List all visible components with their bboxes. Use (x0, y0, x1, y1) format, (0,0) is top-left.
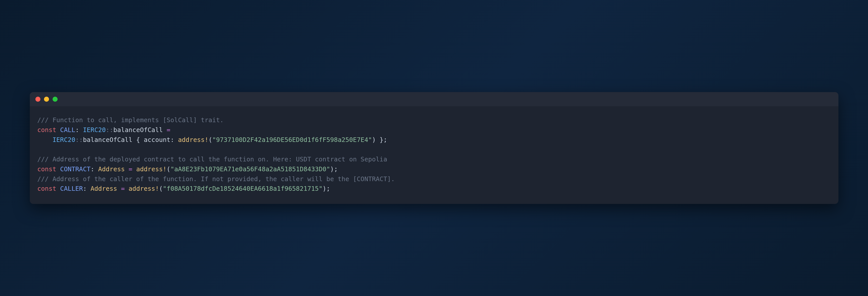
code-block[interactable]: /// Function to call, implements [SolCal… (30, 106, 838, 204)
string-contract-address: "aA8E23Fb1079EA71e0a56F48a2aA51851D8433D… (170, 165, 330, 173)
maximize-icon[interactable] (53, 97, 58, 102)
punct-colon: : (75, 126, 79, 134)
code-window: /// Function to call, implements [SolCal… (30, 92, 838, 204)
const-caller: CALLER (60, 185, 83, 192)
close-icon[interactable] (35, 97, 40, 102)
punct-colon: : (83, 185, 87, 192)
op-eq: = (121, 185, 125, 192)
code-comment: /// Address of the caller of the functio… (37, 175, 395, 183)
op-eq: = (166, 126, 170, 134)
code-comment: /// Function to call, implements [SolCal… (37, 116, 224, 124)
punct-colon: : (90, 165, 94, 173)
type-ierc20: IERC20 (53, 136, 75, 143)
member-balanceofcall: balanceOfCall (83, 136, 132, 143)
type-ierc20: IERC20 (83, 126, 105, 134)
const-call: CALL (60, 126, 75, 134)
punct-rparen: ) (322, 185, 326, 192)
minimize-icon[interactable] (44, 97, 49, 102)
code-comment: /// Address of the deployed contract to … (37, 156, 388, 163)
punct-semicolon: ; (327, 185, 330, 192)
type-address: Address (90, 185, 117, 192)
punct-colon: : (170, 136, 174, 143)
punct-lparen: ( (166, 165, 170, 173)
punct-path: :: (75, 136, 83, 143)
keyword-const: const (37, 165, 56, 173)
macro-address: address! (136, 165, 166, 173)
const-contract: CONTRACT (60, 165, 90, 173)
window-titlebar (30, 92, 838, 106)
macro-address: address! (178, 136, 208, 143)
punct-rparen: ) (372, 136, 376, 143)
keyword-const: const (37, 126, 56, 134)
punct-path: :: (105, 126, 113, 134)
field-account: account (144, 136, 170, 143)
punct-rparen: ) (330, 165, 334, 173)
macro-address: address! (129, 185, 159, 192)
punct-semicolon: ; (383, 136, 387, 143)
type-address: Address (98, 165, 125, 173)
punct-lparen: ( (209, 136, 212, 143)
punct-rbrace: } (379, 136, 383, 143)
op-eq: = (129, 165, 132, 173)
string-account-address: "9737100D2F42a196DE56ED0d1f6fF598a250E7E… (212, 136, 372, 143)
punct-lbrace: { (136, 136, 140, 143)
string-caller-address: "f08A50178dfcDe18524640EA6618a1f96582171… (163, 185, 322, 192)
member-balanceofcall: balanceOfCall (114, 126, 163, 134)
punct-lparen: ( (159, 185, 163, 192)
keyword-const: const (37, 185, 56, 192)
punct-semicolon: ; (334, 165, 338, 173)
